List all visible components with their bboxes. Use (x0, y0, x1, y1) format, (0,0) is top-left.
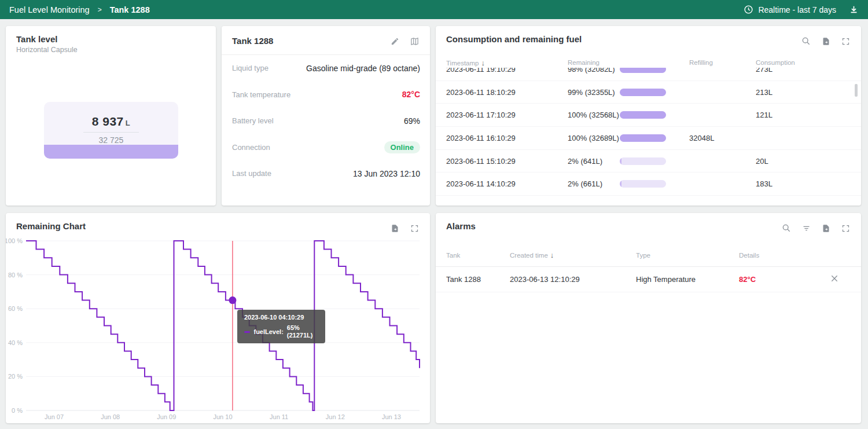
clock-icon (744, 5, 753, 14)
svg-text:0 %: 0 % (12, 407, 23, 414)
search-icon[interactable] (780, 222, 793, 234)
cell-timestamp: 2023-06-11 17:10:29 (446, 111, 568, 119)
fullscreen-icon[interactable] (839, 222, 852, 234)
cell-remaining-bar (620, 89, 689, 96)
download-icon[interactable] (849, 5, 859, 14)
col-details[interactable]: Details (739, 252, 830, 259)
info-value: 82°C (402, 90, 420, 99)
remaining-progress-bar (620, 134, 666, 142)
col-type[interactable]: Type (636, 252, 739, 259)
info-value: 69% (404, 116, 420, 126)
col-created-time[interactable]: Created time↓ (510, 251, 636, 259)
col-timestamp[interactable]: Timestamp↓ (446, 58, 568, 67)
col-tank[interactable]: Tank (446, 252, 510, 259)
cell-timestamp: 2023-06-11 19:10:29 (446, 68, 568, 74)
cell-remaining-bar (620, 111, 689, 119)
map-icon[interactable] (408, 35, 421, 47)
tank-level-unit: L (126, 119, 130, 127)
svg-text:20 %: 20 % (8, 373, 23, 380)
col-refilling[interactable]: Refilling (689, 59, 756, 66)
cell-remaining: 100% (32568L) (568, 111, 620, 119)
remaining-chart-svg[interactable]: 0 %20 %40 %60 %80 %100 %Jun 07Jun 08Jun … (6, 236, 430, 421)
cell-remaining-bar (620, 157, 689, 165)
fullscreen-icon[interactable] (408, 222, 421, 234)
svg-text:Jun 13: Jun 13 (382, 413, 401, 420)
breadcrumb-dashboard-link[interactable]: Fuel Level Monitoring (9, 5, 90, 14)
alarms-header-row: Tank Created time↓ Type Details (436, 244, 861, 267)
sort-desc-icon: ↓ (481, 58, 485, 67)
search-icon[interactable] (800, 35, 812, 47)
table-row[interactable]: 2023-06-11 19:10:2998% (32082L)273L (436, 68, 861, 81)
info-row: Last update13 Jun 2023 12:10 (232, 160, 420, 187)
cell-timestamp: 2023-06-11 18:10:29 (446, 88, 568, 97)
cell-timestamp: 2023-06-11 15:10:29 (446, 157, 568, 166)
cell-remaining: 2% (661L) (568, 179, 620, 188)
status-badge: Online (384, 141, 420, 153)
col-remaining[interactable]: Remaining (568, 59, 620, 66)
remaining-chart-title: Remaining Chart (16, 221, 86, 231)
consumption-title: Consumption and remaining fuel (446, 34, 582, 44)
export-file-icon[interactable] (388, 222, 401, 234)
svg-text:Jun 08: Jun 08 (101, 413, 120, 420)
cell-details: 82°C (739, 275, 830, 284)
cell-timestamp: 2023-06-11 16:10:29 (446, 134, 568, 142)
remaining-progress-bar (620, 89, 666, 96)
info-label: Liquid type (232, 64, 269, 72)
svg-text:Jun 07: Jun 07 (45, 413, 64, 420)
info-label: Connection (232, 143, 270, 152)
svg-text:40 %: 40 % (8, 339, 23, 346)
remaining-progress-fill (620, 180, 621, 188)
table-row[interactable]: 2023-06-11 16:10:29100% (32689L)32048L (436, 127, 861, 150)
tank-level-capacity: 32 725 (44, 135, 178, 145)
cell-remaining-bar (620, 180, 689, 188)
export-file-icon[interactable] (819, 222, 832, 234)
cell-timestamp: 2023-06-11 14:10:29 (446, 179, 568, 188)
svg-text:60 %: 60 % (8, 305, 23, 312)
filter-icon[interactable] (800, 222, 812, 234)
time-range-selector[interactable]: Realtime - last 7 days (744, 5, 836, 14)
tank-level-value: 8 937L (44, 115, 178, 129)
remaining-progress-bar (620, 111, 666, 119)
edit-icon[interactable] (388, 35, 401, 47)
tank-level-capsule: 8 937L 32 725 (44, 102, 178, 159)
cell-consumption: 273L (756, 68, 851, 74)
info-value: 13 Jun 2023 12:10 (353, 169, 420, 178)
export-file-icon[interactable] (819, 35, 832, 47)
svg-text:100 %: 100 % (6, 237, 23, 244)
info-label: Last update (232, 169, 271, 178)
info-row: Battery level69% (232, 108, 420, 134)
info-row: Liquid typeGasoline mid-grade (89 octane… (232, 55, 420, 82)
cell-remaining-bar (620, 134, 689, 142)
tank-level-card: Tank level Horizontal Capsule 8 937L 32 … (6, 26, 216, 206)
table-row[interactable]: Tank 12882023-06-13 12:10:29High Tempera… (436, 267, 861, 292)
remaining-progress-bar (620, 180, 666, 188)
cell-consumption: 213L (756, 88, 851, 97)
table-row[interactable]: 2023-06-11 15:10:292% (641L)20L (436, 150, 861, 173)
cell-consumption: 121L (756, 111, 851, 119)
fullscreen-icon[interactable] (839, 35, 852, 47)
tank-level-fill-bar (44, 145, 178, 159)
cell-consumption: 20L (756, 157, 851, 166)
tank-level-title: Tank level (16, 34, 78, 44)
cell-consumption: 183L (756, 179, 851, 188)
info-row: ConnectionOnline (232, 134, 420, 161)
cell-created-time: 2023-06-13 12:10:29 (510, 275, 636, 284)
tank-info-rows: Liquid typeGasoline mid-grade (89 octane… (222, 55, 430, 187)
svg-text:80 %: 80 % (8, 272, 23, 278)
info-value: Gasoline mid-grade (89 octane) (306, 64, 420, 73)
alarms-title: Alarms (446, 221, 476, 231)
table-row[interactable]: 2023-06-11 17:10:29100% (32568L)121L (436, 104, 861, 127)
svg-text:Jun 09: Jun 09 (157, 413, 176, 420)
scrollbar-thumb[interactable] (855, 84, 858, 97)
info-row: Tank temperature82°C (232, 82, 420, 108)
consumption-card: Consumption and remaining fuel Timestamp… (436, 26, 861, 206)
breadcrumb-separator: > (98, 6, 102, 14)
sort-desc-icon: ↓ (550, 251, 554, 259)
tank-level-subtitle: Horizontal Capsule (16, 46, 78, 54)
table-row[interactable]: 2023-06-11 14:10:292% (661L)183L (436, 173, 861, 196)
remaining-progress-bar (620, 157, 666, 165)
table-row[interactable]: 2023-06-11 18:10:2999% (32355L)213L (436, 81, 861, 104)
close-icon[interactable] (830, 274, 851, 285)
col-consumption[interactable]: Consumption (756, 59, 851, 66)
consumption-rows: 2023-06-11 19:10:2998% (32082L)273L2023-… (436, 68, 861, 196)
